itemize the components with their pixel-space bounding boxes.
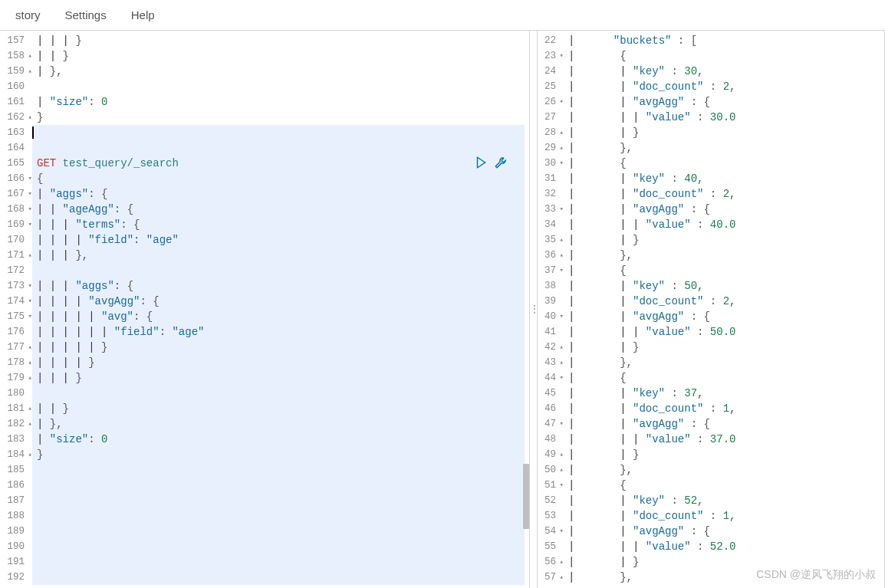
request-editor[interactable]: 157158▴159▴160161162▴163164165166▾167▾16… (0, 31, 529, 588)
fold-icon[interactable]: ▴ (25, 48, 32, 64)
code-line[interactable]: | | | "value" : 40.0 (568, 217, 884, 232)
fold-icon[interactable]: ▴ (25, 248, 32, 263)
fold-icon[interactable]: ▴ (556, 570, 564, 585)
fold-icon[interactable]: ▴ (556, 462, 564, 478)
code-line[interactable]: | | | "value" : 52.0 (568, 539, 884, 554)
code-line[interactable]: | | | | } (32, 355, 525, 370)
code-line[interactable]: | | | }, (32, 248, 525, 263)
code-line[interactable]: | "size": 0 (37, 94, 529, 110)
fold-icon[interactable]: ▴ (556, 140, 564, 156)
fold-icon[interactable]: ▴ (556, 447, 564, 462)
fold-icon[interactable]: ▴ (25, 447, 32, 462)
fold-icon[interactable]: ▴ (556, 355, 564, 370)
code-line[interactable]: GET test_query/_search (32, 156, 525, 171)
fold-icon[interactable]: ▴ (25, 340, 32, 355)
code-line[interactable]: | | | "value" : 50.0 (568, 324, 884, 340)
code-line[interactable]: | | } (37, 48, 529, 64)
fold-icon[interactable]: ▾ (556, 370, 564, 386)
code-line[interactable]: | | "doc_count" : 2, (568, 79, 884, 94)
code-line[interactable]: | }, (37, 64, 529, 79)
code-line[interactable]: | | | "terms": { (32, 217, 525, 232)
fold-icon[interactable]: ▾ (556, 478, 564, 493)
code-line[interactable]: | | } (568, 125, 884, 140)
code-line[interactable] (32, 524, 525, 539)
code-line[interactable] (32, 570, 525, 585)
fold-icon[interactable]: ▾ (25, 278, 32, 294)
code-line[interactable]: | | } (568, 447, 884, 462)
request-scrollbar-thumb[interactable] (523, 464, 529, 529)
request-code[interactable]: | | | }| | }| },| "size": 0}GET test_que… (32, 31, 529, 588)
fold-icon[interactable]: ▾ (25, 202, 32, 217)
code-line[interactable]: | "buckets" : [ (568, 33, 884, 48)
code-line[interactable]: | | "ageAgg": { (32, 202, 525, 217)
fold-icon[interactable]: ▴ (556, 340, 564, 355)
fold-icon[interactable]: ▾ (25, 171, 32, 186)
code-line[interactable]: | }, (568, 140, 884, 156)
fold-icon[interactable]: ▾ (556, 48, 564, 64)
code-line[interactable]: | | "doc_count" : 1, (568, 508, 884, 524)
code-line[interactable] (32, 462, 525, 478)
fold-icon[interactable]: ▾ (556, 202, 564, 217)
fold-icon[interactable]: ▾ (556, 524, 564, 539)
code-line[interactable]: | | | | | "avg": { (32, 309, 525, 324)
code-line[interactable]: | | "key" : 37, (568, 386, 884, 401)
code-line[interactable]: | | | | | | "field": "age" (32, 324, 525, 340)
code-line[interactable]: | | } (32, 401, 525, 416)
code-line[interactable]: | | "key" : 30, (568, 64, 884, 79)
code-line[interactable]: | { (568, 156, 884, 171)
fold-icon[interactable]: ▴ (556, 125, 564, 140)
code-line[interactable]: | | } (568, 554, 884, 570)
code-line[interactable] (32, 263, 525, 278)
fold-icon[interactable]: ▾ (25, 294, 32, 309)
code-line[interactable]: | | | } (32, 370, 525, 386)
menu-history[interactable]: story (3, 2, 53, 28)
code-line[interactable]: | | | | "field": "age" (32, 232, 525, 248)
code-line[interactable]: | }, (568, 355, 884, 370)
fold-icon[interactable]: ▴ (25, 355, 32, 370)
code-line[interactable]: | | "avgAgg" : { (568, 416, 884, 432)
fold-icon[interactable]: ▾ (25, 309, 32, 324)
code-line[interactable]: | | "avgAgg" : { (568, 94, 884, 110)
code-line[interactable] (32, 539, 525, 554)
code-line[interactable]: | }, (568, 570, 884, 585)
code-line[interactable] (32, 508, 525, 524)
code-line[interactable]: | | | "value" : 37.0 (568, 432, 884, 447)
code-line[interactable]: | }, (568, 248, 884, 263)
fold-icon[interactable]: ▾ (25, 186, 32, 202)
code-line[interactable]: | | "key" : 52, (568, 493, 884, 508)
code-line[interactable]: { (32, 171, 525, 186)
code-line[interactable]: | { (568, 48, 884, 64)
code-line[interactable]: } (37, 110, 529, 125)
fold-icon[interactable]: ▴ (556, 248, 564, 263)
code-line[interactable]: | }, (32, 416, 525, 432)
fold-icon[interactable]: ▾ (25, 217, 32, 232)
fold-icon[interactable]: ▾ (556, 416, 564, 432)
code-line[interactable]: | | } (568, 232, 884, 248)
pane-divider[interactable]: ⋮ (529, 31, 538, 588)
code-line[interactable]: } (32, 447, 525, 462)
code-line[interactable]: | | "doc_count" : 2, (568, 294, 884, 309)
fold-icon[interactable]: ▴ (25, 64, 32, 79)
code-line[interactable]: | | "avgAgg" : { (568, 309, 884, 324)
code-line[interactable]: | | "doc_count" : 1, (568, 401, 884, 416)
fold-icon[interactable]: ▾ (556, 309, 564, 324)
code-line[interactable]: | | | "aggs": { (32, 278, 525, 294)
code-line[interactable] (32, 386, 525, 401)
fold-icon[interactable]: ▴ (25, 401, 32, 416)
code-line[interactable]: | { (568, 263, 884, 278)
code-line[interactable]: | }, (568, 462, 884, 478)
play-icon[interactable] (474, 156, 488, 174)
code-line[interactable] (37, 79, 529, 94)
code-line[interactable]: | { (568, 370, 884, 386)
code-line[interactable]: | | "key" : 40, (568, 171, 884, 186)
code-line[interactable]: | | "avgAgg" : { (568, 524, 884, 539)
code-line[interactable] (32, 140, 525, 156)
fold-icon[interactable]: ▴ (25, 370, 32, 386)
fold-icon[interactable]: ▴ (25, 110, 32, 125)
fold-icon[interactable]: ▾ (556, 156, 564, 171)
fold-icon[interactable]: ▾ (556, 263, 564, 278)
code-line[interactable]: | | | } (37, 33, 529, 48)
code-line[interactable]: | "aggs": { (32, 186, 525, 202)
code-line[interactable]: | | } (568, 340, 884, 355)
fold-icon[interactable]: ▾ (556, 94, 564, 110)
